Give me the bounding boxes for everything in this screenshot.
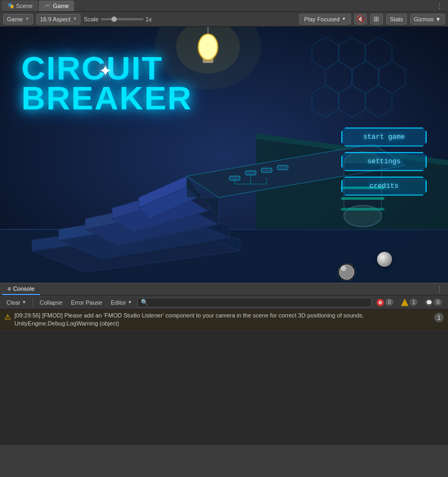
game-scene: CIRCUIT BREAKER ✦ start game settings cr…	[0, 27, 448, 283]
tab-more-button[interactable]: ⋮	[433, 1, 446, 11]
error-count: 0	[385, 299, 394, 306]
svg-point-54	[341, 266, 346, 271]
console-toolbar: Clear ▼ Collapse Error Pause Editor ▼ 🔍 …	[0, 296, 448, 309]
scale-section: Scale 1x	[84, 16, 151, 22]
console-tab-more[interactable]: ⋮	[433, 284, 446, 294]
tab-scene[interactable]: 🎭 Scene	[2, 1, 38, 11]
game-viewport: CIRCUIT BREAKER ✦ start game settings cr…	[0, 27, 448, 283]
scale-label: Scale	[84, 16, 99, 22]
console-icon: ≡	[7, 285, 11, 292]
svg-rect-35	[341, 197, 384, 200]
warning-count: 1	[410, 299, 418, 306]
svg-rect-40	[277, 165, 288, 170]
play-focused-button[interactable]: Play Focused ▼	[299, 14, 351, 25]
start-game-button[interactable]: start game	[341, 128, 427, 147]
mute-button[interactable]: 🔇	[354, 14, 367, 25]
message-body: Please add an 'FMOD Studio Listener' com…	[14, 312, 364, 327]
svg-rect-39	[261, 168, 272, 172]
game-toolbar: Game ▼ 16:9 Aspect ▼ Scale 1x Play Focus…	[0, 12, 448, 27]
stats-label: Stats	[390, 16, 403, 22]
log-counter: 💬 0	[422, 298, 445, 307]
game-menu: start game settings credits	[341, 128, 427, 196]
console-messages: ⚠ [09:29:56] [FMOD] Please add an 'FMOD …	[0, 309, 448, 445]
tab-scene-label: Scene	[16, 3, 33, 9]
error-counter: ⊘ 0	[374, 298, 396, 307]
tab-game-label: Game	[53, 3, 69, 9]
message-count: 1	[434, 313, 444, 322]
aspect-dropdown-arrow: ▼	[73, 17, 77, 21]
aspect-dropdown[interactable]: 16:9 Aspect ▼	[36, 14, 81, 25]
collapse-button[interactable]: Collapse	[36, 298, 66, 307]
scene-tab-icon: 🎭	[7, 3, 14, 9]
console-tab-bar: ≡ Console ⋮	[0, 283, 448, 296]
toolbar-divider-1	[33, 298, 33, 307]
tab-game[interactable]: 🎮 Game	[39, 1, 74, 11]
game-dropdown-arrow: ▼	[25, 17, 29, 21]
warning-counter: 1	[398, 298, 421, 307]
clear-dropdown-arrow: ▼	[22, 300, 26, 305]
error-pause-label: Error Pause	[71, 299, 102, 306]
log-icon: 💬	[425, 299, 433, 306]
game-dropdown-label: Game	[7, 16, 23, 22]
stats-button[interactable]: Stats	[386, 14, 407, 25]
scale-slider-thumb	[111, 17, 117, 22]
message-text: [09:29:56] [FMOD] Please add an 'FMOD St…	[14, 312, 431, 328]
aspect-dropdown-label: 16:9 Aspect	[40, 16, 71, 22]
grid-icon: ⊞	[373, 15, 379, 23]
logo-line2: BREAKER	[21, 83, 193, 113]
clear-label: Clear	[6, 299, 20, 306]
editor-tab-bar: 🎭 Scene 🎮 Game ⋮	[0, 0, 448, 12]
game-tab-icon: 🎮	[44, 3, 51, 9]
message-timestamp: [09:29:56]	[14, 312, 41, 319]
credits-button[interactable]: credits	[341, 177, 427, 196]
search-icon: 🔍	[141, 299, 148, 306]
collapse-label: Collapse	[39, 299, 62, 306]
console-message-row[interactable]: ⚠ [09:29:56] [FMOD] Please add an 'FMOD …	[0, 309, 448, 331]
gizmos-label: Gizmos	[414, 16, 434, 22]
svg-rect-36	[341, 208, 384, 210]
log-count: 0	[434, 299, 442, 306]
warning-icon	[401, 299, 409, 306]
grid-button[interactable]: ⊞	[370, 14, 383, 25]
console-tab[interactable]: ≡ Console	[2, 283, 40, 295]
game-dropdown[interactable]: Game ▼	[3, 14, 33, 25]
warning-message-icon: ⚠	[4, 313, 11, 321]
console-search[interactable]: 🔍	[137, 298, 372, 307]
console-tab-label: Console	[13, 285, 34, 292]
settings-button[interactable]: settings	[341, 152, 427, 171]
editor-arrow: ▼	[127, 300, 132, 305]
play-focused-arrow: ▼	[342, 17, 346, 21]
message-source: [FMOD]	[42, 312, 63, 319]
play-focused-label: Play Focused	[304, 16, 340, 22]
decorative-sphere	[377, 252, 392, 267]
scale-value: 1x	[146, 16, 152, 22]
error-pause-button[interactable]: Error Pause	[68, 298, 106, 307]
editor-label: Editor	[111, 299, 126, 306]
gizmos-arrow: ▼	[435, 16, 441, 22]
svg-rect-38	[245, 171, 256, 175]
search-input[interactable]	[150, 299, 368, 306]
scale-slider[interactable]	[101, 18, 143, 20]
logo-star-burst: ✦	[99, 61, 115, 77]
error-icon: ⊘	[377, 299, 384, 306]
gizmos-button[interactable]: Gizmos ▼	[410, 14, 445, 25]
mute-icon: 🔇	[356, 15, 365, 23]
editor-button[interactable]: Editor ▼	[108, 298, 135, 307]
clear-button[interactable]: Clear ▼	[3, 298, 29, 307]
